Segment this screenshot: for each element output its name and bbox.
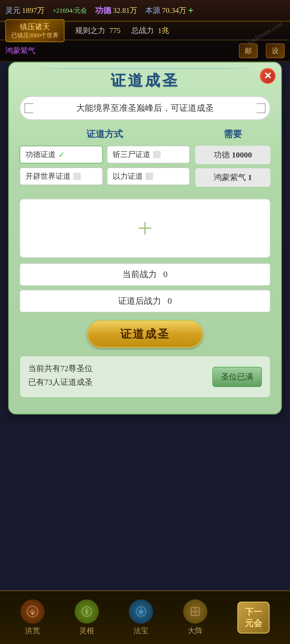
mail-button[interactable]: 邮 [239, 43, 258, 58]
nav-item-next[interactable]: 下一 元会 [237, 602, 270, 634]
option4-label: 以力证道 [113, 171, 143, 181]
hong-qi-label: 鸿蒙紫气 [5, 46, 35, 56]
svg-point-0 [27, 606, 38, 617]
plus-icon: + [137, 215, 153, 242]
dialog-title: 证道成圣 [14, 71, 276, 91]
current-power-value: 0 [163, 269, 168, 279]
ling-yuan-stat: 灵元 1897万 [5, 5, 45, 16]
confirm-button[interactable]: 证道成圣 [87, 320, 203, 348]
source-plus-button[interactable]: + [188, 5, 194, 16]
merit-label: 功德 [95, 5, 111, 16]
nav-item-fabao[interactable]: 法宝 [129, 599, 153, 636]
description-box: 大能境界至准圣巅峰后，可证道成圣 [20, 96, 270, 120]
rate-stat: +21694/元会 [53, 6, 87, 15]
merit-stat: 功德 32.81万 [95, 5, 137, 16]
rate-value: +21694/元会 [53, 6, 87, 15]
checkbox-empty-3 [146, 173, 153, 180]
option-row-1: 功德证道 ✓ 斩三尸证道 [20, 146, 190, 163]
combat-label: 总战力 [131, 25, 154, 36]
current-power-label: 当前战力 [122, 269, 157, 279]
full-button[interactable]: 圣位已满 [212, 367, 262, 387]
description-text: 大能境界至准圣巅峰后，可证道成圣 [76, 103, 214, 113]
next-session-button[interactable]: 下一 元会 [237, 602, 270, 634]
rule-label: 规则之力 [75, 25, 105, 36]
source-label: 本源 [145, 5, 160, 16]
nav-label-fabao: 法宝 [133, 626, 148, 636]
way-column: 证道方式 功德证道 ✓ 斩三尸证道 开辟世界证道 以力证道 [20, 128, 190, 191]
stats-section: 当前战力 0 证道后战力 0 [20, 263, 270, 312]
nav-item-dazhen[interactable]: 大阵 [183, 599, 207, 636]
need1-label: 功德 [214, 150, 230, 159]
nav-label-linggen: 灵根 [79, 626, 94, 636]
info-text-column: 当前共有72尊圣位 已有73人证道成圣 [28, 363, 207, 390]
honghuang-icon [20, 599, 45, 624]
fabao-icon [129, 599, 153, 624]
need-column: 需要 功德 10000 鸿蒙紫气 1 [195, 128, 270, 191]
top-status-bar: 灵元 1897万 +21694/元会 功德 32.81万 本源 70.34万 + [0, 0, 290, 21]
title-line2: 已镇压3000个世界 [11, 32, 59, 39]
nav-label-honghuang: 洪荒 [25, 626, 40, 636]
source-stat: 本源 70.34万 + [145, 5, 194, 16]
after-power-label: 证道后战力 [118, 296, 161, 306]
dialog-overlay: 证道成圣 ✕ 大能境界至准圣巅峰后，可证道成圣 证道方式 功德证道 ✓ 斩三尸证… [8, 62, 282, 415]
nav-item-honghuang[interactable]: 洪荒 [20, 599, 45, 636]
dialog-header: 证道成圣 ✕ [9, 63, 281, 96]
way-header: 证道方式 [20, 128, 190, 140]
nav-label-dazhen: 大阵 [188, 626, 203, 636]
need1-value: 10000 [232, 150, 252, 159]
ling-yuan-value: 1897万 [22, 5, 45, 16]
current-power-display: 当前战力 0 [20, 263, 270, 286]
info-section: 当前共有72尊圣位 已有73人证道成圣 圣位已满 [20, 356, 270, 398]
need2-label: 鸿蒙紫气 [214, 173, 246, 182]
option1-button[interactable]: 功德证道 ✓ [20, 146, 103, 163]
check-icon: ✓ [58, 150, 65, 159]
option3-label: 开辟世界证道 [26, 171, 71, 181]
info-count: 已有73人证道成圣 [28, 377, 207, 388]
second-status-bar: 镇压诸天 已镇压3000个世界 规则之力 775 总战力 1兆 [0, 21, 290, 40]
checkbox-empty-2 [73, 173, 81, 180]
bottom-navigation: 洪荒 灵根 法宝 大阵 下一 元会 [0, 590, 290, 644]
ling-yuan-label: 灵元 [5, 5, 20, 16]
need-header: 需要 [195, 128, 270, 140]
settings-button[interactable]: 设 [266, 43, 285, 58]
linggen-icon [75, 599, 99, 624]
need-merit: 功德 10000 [195, 146, 270, 164]
combat-value: 1兆 [158, 25, 169, 36]
way-section: 证道方式 功德证道 ✓ 斩三尸证道 开辟世界证道 以力证道 [20, 128, 270, 191]
title-line1: 镇压诸天 [11, 22, 59, 32]
plus-box[interactable]: + [20, 199, 270, 258]
world-suppress-title: 镇压诸天 已镇压3000个世界 [5, 19, 64, 42]
option2-label: 斩三尸证道 [113, 149, 150, 160]
option2-button[interactable]: 斩三尸证道 [107, 146, 190, 163]
icon-group: 邮 设 [239, 43, 285, 58]
dazhen-icon [183, 599, 207, 624]
after-power-value: 0 [168, 296, 172, 306]
option4-button[interactable]: 以力证道 [107, 167, 190, 185]
after-power-display: 证道后战力 0 [20, 290, 270, 312]
option1-label: 功德证道 [26, 149, 56, 160]
svg-point-1 [31, 612, 34, 615]
source-value: 70.34万 [162, 5, 186, 16]
info-total: 当前共有72尊圣位 [28, 363, 207, 374]
need-hongmeng: 鸿蒙紫气 1 [195, 168, 270, 187]
rule-value: 775 [109, 26, 121, 35]
rule-section: 规则之力 775 [75, 25, 121, 36]
merit-value: 32.81万 [113, 5, 137, 16]
third-bar: 鸿蒙紫气 邮 设 [0, 40, 290, 62]
combat-section: 总战力 1兆 [131, 25, 169, 36]
need2-value: 1 [248, 173, 252, 182]
close-button[interactable]: ✕ [260, 68, 276, 84]
option-row-2: 开辟世界证道 以力证道 [20, 167, 190, 185]
nav-item-linggen[interactable]: 灵根 [75, 599, 99, 636]
option3-button[interactable]: 开辟世界证道 [20, 167, 103, 185]
checkbox-empty-1 [153, 151, 161, 158]
